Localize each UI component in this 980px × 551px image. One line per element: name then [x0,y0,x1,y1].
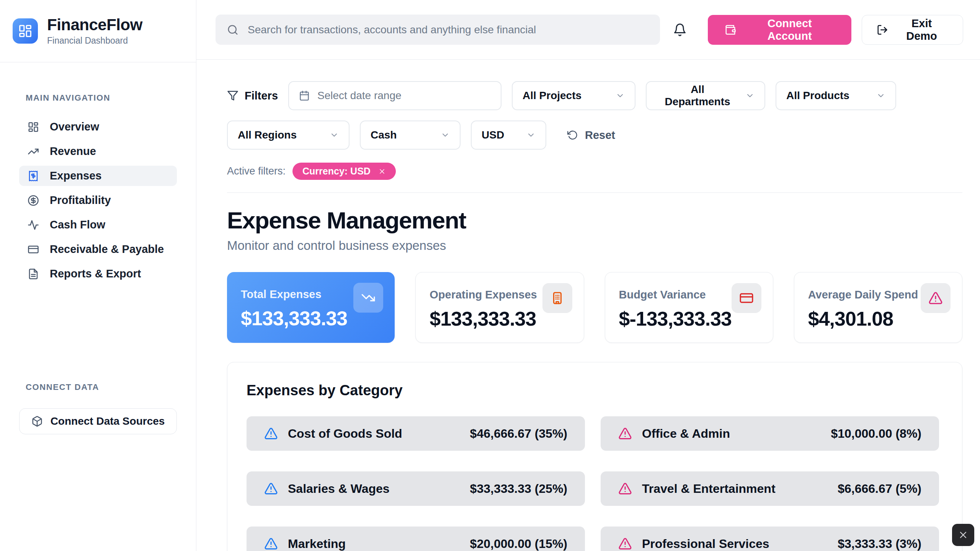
filters-label: Filters [227,90,278,102]
category-amount: $20,000.00 (15%) [470,537,567,551]
x-icon[interactable] [378,168,386,175]
exit-demo-label: Exit Demo [895,17,948,42]
stat-card-average-daily-spend: Average Daily Spend$4,301.08 [794,272,962,343]
category-amount: $6,666.67 (5%) [838,482,921,496]
activity-icon [28,219,39,231]
stat-icon-box [921,283,951,313]
sidebar-item-reports-export[interactable]: Reports & Export [19,264,177,284]
connect-data-sources-button[interactable]: Connect Data Sources [19,408,177,434]
connect-account-label: Connect Account [745,17,835,42]
chevron-down-icon [526,130,536,140]
main-navigation: OverviewRevenueExpensesProfitabilityCash… [19,117,177,284]
app-tagline: Financial Dashboard [47,36,142,46]
chevron-down-icon [330,130,339,140]
app-logo [13,18,38,44]
category-row-marketing: Marketing$20,000.00 (15%) [247,527,585,551]
dropdown-usd[interactable]: USD [471,121,546,150]
search-icon [227,24,238,36]
log-out-icon [877,24,888,36]
top-bar: Connect Account Exit Demo [196,0,980,60]
stat-icon-box [732,283,761,313]
main-area: Connect Account Exit Demo Filters All Pr… [196,0,980,551]
stat-icon-box [542,283,572,313]
sidebar-item-cash-flow[interactable]: Cash Flow [19,215,177,235]
bell-icon [673,23,687,37]
sidebar-item-revenue[interactable]: Revenue [19,141,177,161]
category-row-professional-services: Professional Services$3,333.33 (3%) [601,527,939,551]
chevron-down-icon [876,91,885,100]
chevron-down-icon [616,91,625,100]
filter-chip-currency[interactable]: Currency: USD [292,163,396,180]
chevron-down-icon [441,130,450,140]
category-amount: $3,333.33 (3%) [838,537,921,551]
content: Filters All ProjectsAll DepartmentsAll P… [196,60,980,551]
credit-card-icon [28,244,39,255]
close-button[interactable] [952,524,974,546]
sidebar-item-label: Overview [50,121,99,133]
stat-card-budget-variance: Budget Variance$-133,333.33 [605,272,773,343]
alert-triangle-icon [264,482,278,496]
category-name: Salaries & Wages [288,482,390,496]
stat-icon-box [353,283,383,313]
dropdown-value: All Products [786,90,849,102]
category-amount: $46,666.67 (35%) [470,427,567,441]
category-grid: Cost of Goods Sold$46,666.67 (35%)Office… [247,416,939,551]
dropdown-value: All Regions [238,129,297,141]
chevron-down-icon [745,91,755,100]
dropdown-value: All Projects [523,90,581,102]
nav-section-label: MAIN NAVIGATION [26,93,177,103]
search-input[interactable] [247,23,648,36]
alert-triangle-icon [618,427,632,440]
dropdown-all-departments[interactable]: All Departments [646,81,765,110]
section-divider [227,192,962,193]
sidebar-item-profitability[interactable]: Profitability [19,190,177,210]
category-name: Travel & Entertainment [642,482,776,496]
funnel-icon [227,90,238,101]
receipt-icon [28,170,39,182]
trending-down-icon [361,290,376,305]
logo-text: FinanceFlow Financial Dashboard [47,16,142,46]
filter-chip-label: Currency: USD [302,166,371,177]
layout-dashboard-icon [18,24,33,38]
app-name: FinanceFlow [47,16,142,34]
category-row-cost-of-goods-sold: Cost of Goods Sold$46,666.67 (35%) [247,416,585,451]
search-box[interactable] [216,15,660,45]
dropdown-all-projects[interactable]: All Projects [512,81,635,110]
exit-demo-button[interactable]: Exit Demo [862,15,963,45]
sidebar-item-label: Cash Flow [50,218,105,231]
circle-dollar-icon [28,195,39,206]
credit-card-icon [739,291,754,305]
category-name: Office & Admin [642,427,730,441]
page-subtitle: Monitor and control business expenses [227,238,962,253]
filters-row-1: Filters All ProjectsAll DepartmentsAll P… [227,81,962,110]
stats-row: Total Expenses$133,333.33Operating Expen… [227,272,962,343]
alert-triangle-icon [264,427,278,440]
dropdown-value: Cash [371,129,397,141]
date-range-field[interactable] [317,89,491,102]
category-row-office-admin: Office & Admin$10,000.00 (8%) [601,416,939,451]
connect-account-button[interactable]: Connect Account [708,15,851,45]
alert-triangle-icon [618,482,632,496]
sidebar-item-receivable-payable[interactable]: Receivable & Payable [19,239,177,259]
reset-label: Reset [585,129,615,142]
filters-row-2: All RegionsCashUSD Reset [227,121,962,150]
building-icon [550,291,565,305]
stat-card-operating-expenses: Operating Expenses$133,333.33 [415,272,584,343]
category-amount: $33,333.33 (25%) [470,482,567,496]
sidebar-item-expenses[interactable]: Expenses [19,166,177,186]
dropdown-cash[interactable]: Cash [360,121,461,150]
file-text-icon [28,268,39,280]
dropdown-value: All Departments [657,83,738,108]
page-title: Expense Management [227,207,962,234]
category-name: Cost of Goods Sold [288,427,402,441]
dropdown-all-products[interactable]: All Products [776,81,896,110]
sidebar-item-label: Expenses [50,170,101,182]
dropdown-all-regions[interactable]: All Regions [227,121,350,150]
notifications-button[interactable] [669,19,690,41]
sidebar-item-label: Receivable & Payable [50,243,164,256]
sidebar-item-overview[interactable]: Overview [19,117,177,137]
reset-filters-button[interactable]: Reset [565,129,617,142]
date-range-input[interactable] [288,81,501,110]
x-icon [958,530,969,540]
connect-section-label: CONNECT DATA [26,382,177,392]
